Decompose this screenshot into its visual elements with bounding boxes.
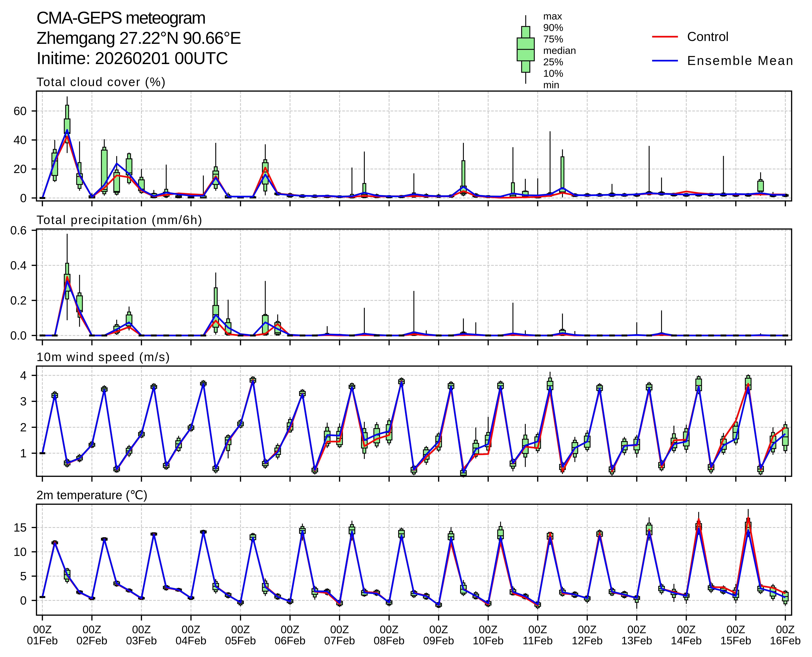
svg-text:10: 10: [14, 545, 26, 559]
svg-text:15: 15: [14, 521, 26, 534]
svg-text:Total cloud cover (%): Total cloud cover (%): [36, 75, 166, 89]
svg-text:00Z: 00Z: [182, 623, 200, 635]
svg-text:Ensemble Mean: Ensemble Mean: [687, 53, 794, 68]
svg-text:0.0: 0.0: [10, 329, 26, 342]
svg-text:02Feb: 02Feb: [76, 634, 107, 647]
svg-text:0.6: 0.6: [10, 224, 26, 237]
svg-text:10m wind speed (m/s): 10m wind speed (m/s): [36, 350, 171, 364]
svg-text:10%: 10%: [543, 68, 563, 79]
svg-text:00Z: 00Z: [380, 623, 398, 635]
svg-text:00Z: 00Z: [479, 623, 497, 635]
svg-text:00Z: 00Z: [627, 623, 646, 635]
svg-text:15Feb: 15Feb: [720, 634, 751, 647]
svg-text:00Z: 00Z: [231, 623, 250, 635]
svg-text:max: max: [543, 10, 562, 22]
svg-text:12Feb: 12Feb: [572, 634, 603, 647]
svg-text:00Z: 00Z: [281, 623, 299, 635]
svg-text:0: 0: [20, 191, 26, 205]
svg-text:Zhemgang 27.22°N 90.66°E: Zhemgang 27.22°N 90.66°E: [36, 28, 241, 47]
svg-text:00Z: 00Z: [132, 623, 151, 635]
svg-text:00Z: 00Z: [727, 623, 745, 635]
svg-text:90%: 90%: [543, 22, 563, 33]
svg-text:2: 2: [20, 420, 26, 434]
svg-text:min: min: [543, 79, 559, 90]
svg-text:00Z: 00Z: [677, 623, 696, 635]
svg-text:16Feb: 16Feb: [770, 634, 801, 647]
svg-text:00Z: 00Z: [429, 623, 448, 635]
svg-text:04Feb: 04Feb: [175, 634, 206, 647]
svg-text:00Z: 00Z: [528, 623, 547, 635]
svg-text:00Z: 00Z: [330, 623, 349, 635]
svg-text:3: 3: [20, 395, 26, 408]
svg-text:00Z: 00Z: [776, 623, 795, 635]
svg-text:03Feb: 03Feb: [126, 634, 157, 647]
svg-text:00Z: 00Z: [82, 623, 101, 635]
svg-text:06Feb: 06Feb: [275, 634, 306, 647]
svg-text:60: 60: [14, 104, 26, 118]
svg-text:09Feb: 09Feb: [423, 634, 454, 647]
svg-text:1: 1: [20, 447, 26, 460]
svg-text:14Feb: 14Feb: [671, 634, 702, 647]
svg-text:Total precipitation (mm/6h): Total precipitation (mm/6h): [36, 213, 203, 227]
svg-text:00Z: 00Z: [578, 623, 596, 635]
svg-text:Initime: 20260201 00UTC: Initime: 20260201 00UTC: [36, 48, 228, 68]
svg-text:0: 0: [20, 594, 26, 607]
svg-text:2m temperature (℃): 2m temperature (℃): [36, 488, 147, 502]
svg-text:10Feb: 10Feb: [473, 634, 504, 647]
svg-text:01Feb: 01Feb: [27, 634, 58, 647]
svg-text:08Feb: 08Feb: [374, 634, 405, 647]
svg-text:00Z: 00Z: [33, 623, 52, 635]
svg-text:25%: 25%: [543, 56, 563, 67]
svg-text:CMA-GEPS meteogram: CMA-GEPS meteogram: [36, 8, 205, 27]
svg-text:07Feb: 07Feb: [324, 634, 355, 647]
svg-text:Control: Control: [687, 30, 729, 44]
svg-text:5: 5: [20, 570, 26, 583]
svg-text:13Feb: 13Feb: [621, 634, 652, 647]
svg-text:75%: 75%: [543, 33, 563, 45]
svg-text:0.2: 0.2: [10, 294, 26, 307]
svg-text:20: 20: [14, 162, 26, 176]
svg-text:05Feb: 05Feb: [225, 634, 256, 647]
svg-text:40: 40: [14, 133, 26, 146]
svg-text:4: 4: [20, 369, 26, 382]
svg-text:0.4: 0.4: [10, 259, 26, 272]
svg-text:11Feb: 11Feb: [523, 634, 553, 647]
svg-text:median: median: [543, 45, 576, 56]
